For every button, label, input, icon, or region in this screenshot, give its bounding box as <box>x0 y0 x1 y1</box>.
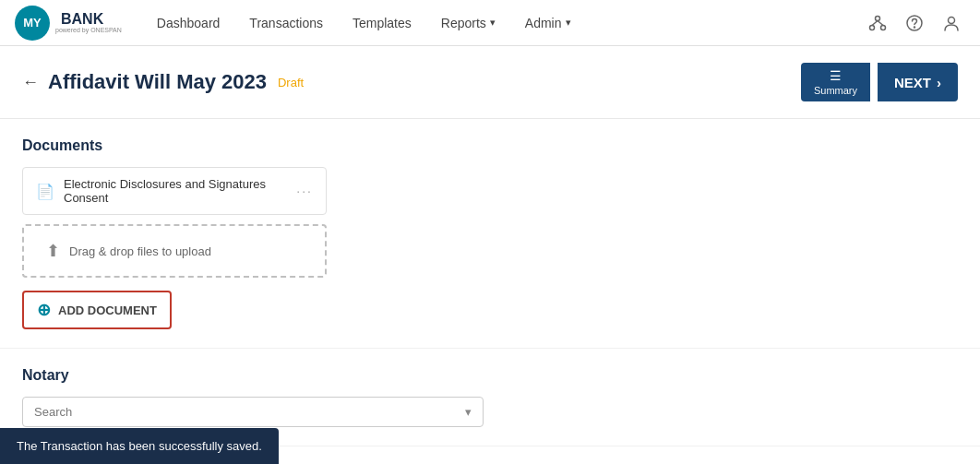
summary-icon: ☰ <box>830 68 842 83</box>
nav-transactions[interactable]: Transactions <box>236 0 336 46</box>
draft-badge: Draft <box>278 76 304 89</box>
drag-drop-label: Drag & drop files to upload <box>69 244 211 258</box>
next-btn-area: ☰ Summary NEXT › <box>801 63 958 101</box>
document-item: 📄 Electronic Disclosures and Signatures … <box>22 167 327 215</box>
document-menu-button[interactable]: ··· <box>296 184 313 198</box>
svg-point-0 <box>876 16 880 20</box>
back-button[interactable]: ← <box>22 73 39 92</box>
nav-icons <box>864 9 965 37</box>
documents-section: Documents 📄 Electronic Disclosures and S… <box>0 119 980 348</box>
documents-title: Documents <box>22 137 958 154</box>
logo-bank-text: BANK <box>61 11 103 27</box>
page-title: Affidavit Will May 2023 <box>48 70 267 94</box>
nav-admin[interactable]: Admin ▾ <box>512 0 584 46</box>
drag-drop-area[interactable]: ⬆ Drag & drop files to upload <box>22 224 327 278</box>
logo-sub-text: powered by ONESPAN <box>55 27 122 33</box>
svg-point-2 <box>881 25 886 30</box>
notary-chevron-icon: ▾ <box>465 405 472 419</box>
reports-chevron-icon: ▾ <box>490 17 496 29</box>
svg-point-6 <box>914 27 915 28</box>
logo-circle: MY <box>15 6 50 41</box>
document-name: Electronic Disclosures and Signatures Co… <box>64 177 296 205</box>
document-icon: 📄 <box>36 183 54 200</box>
svg-point-1 <box>870 25 875 30</box>
svg-line-4 <box>878 20 883 25</box>
nav-dashboard[interactable]: Dashboard <box>144 0 233 46</box>
notary-search-container[interactable]: ▾ <box>22 397 484 427</box>
network-icon[interactable] <box>864 9 891 37</box>
navbar: MY BANK powered by ONESPAN Dashboard Tra… <box>0 0 980 46</box>
toast-message: The Transaction has been successfully sa… <box>17 439 262 453</box>
notary-title: Notary <box>22 367 958 384</box>
toast-notification: The Transaction has been successfully sa… <box>0 428 279 464</box>
add-document-plus-icon: ⊕ <box>37 300 51 320</box>
admin-chevron-icon: ▾ <box>566 17 571 29</box>
upload-icon: ⬆ <box>46 241 60 261</box>
next-chevron-icon: › <box>937 75 941 90</box>
help-icon[interactable] <box>901 9 928 37</box>
nav-templates[interactable]: Templates <box>340 0 424 46</box>
logo[interactable]: MY BANK powered by ONESPAN <box>15 6 122 41</box>
user-icon[interactable] <box>938 9 965 37</box>
nav-reports[interactable]: Reports ▾ <box>428 0 508 46</box>
svg-line-3 <box>872 20 878 25</box>
next-button[interactable]: NEXT › <box>878 63 958 101</box>
main-content: ← Affidavit Will May 2023 Draft ☰ Summar… <box>0 46 980 464</box>
svg-point-7 <box>949 17 955 23</box>
add-document-button[interactable]: ⊕ ADD DOCUMENT <box>22 291 172 329</box>
page-header: ← Affidavit Will May 2023 Draft ☰ Summar… <box>0 46 980 119</box>
summary-button[interactable]: ☰ Summary <box>801 63 870 101</box>
nav-items: Dashboard Transactions Templates Reports… <box>144 0 864 46</box>
notary-search-input[interactable] <box>34 405 465 419</box>
